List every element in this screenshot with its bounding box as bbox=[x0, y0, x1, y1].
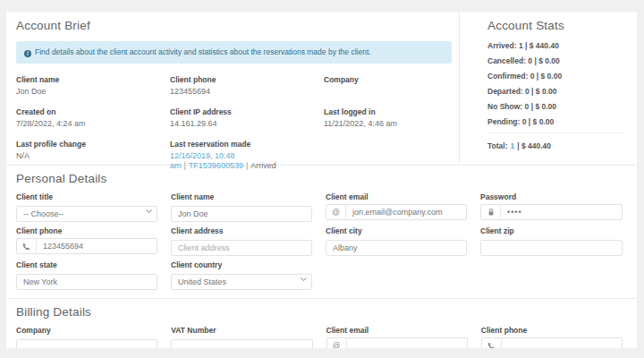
info-icon: i bbox=[24, 50, 31, 57]
client-account-card: Account Brief iFind details about the cl… bbox=[6, 12, 637, 348]
stat-total-label: Total: bbox=[487, 141, 508, 150]
stat-total-count-link[interactable]: 1 bbox=[511, 141, 515, 150]
created-on-value: 7/28/2022, 4:24 am bbox=[16, 119, 170, 129]
client-phone-field: Client phone bbox=[16, 226, 157, 256]
client-name-pair: Client name Jon Doe bbox=[16, 75, 170, 97]
client-name-label: Client name bbox=[16, 75, 170, 84]
billing-details-section: Billing Details Company VAT Number Clien… bbox=[6, 299, 637, 348]
billing-details-title: Billing Details bbox=[16, 305, 623, 319]
client-ip-pair: Client IP address 14.161.29.64 bbox=[170, 107, 324, 129]
client-email-field: Client email @ bbox=[326, 192, 467, 222]
client-phone-pair: Client phone 123455694 bbox=[170, 75, 324, 97]
empty-cell bbox=[324, 140, 452, 171]
billing-email-group: @ bbox=[326, 337, 468, 348]
account-brief-grid: Client name Jon Doe Client phone 1234556… bbox=[16, 75, 452, 171]
client-title-select[interactable]: -- Choose-- bbox=[16, 206, 157, 222]
client-city-label: Client city bbox=[326, 226, 467, 235]
personal-details-title: Personal Details bbox=[16, 172, 623, 185]
phone-icon bbox=[482, 338, 502, 348]
client-country-select[interactable]: United States bbox=[171, 274, 312, 290]
personal-details-section: Personal Details Client title -- Choose-… bbox=[6, 166, 637, 299]
password-field: Password bbox=[480, 192, 623, 222]
stat-departed: Departed: 0 | $ 0.00 bbox=[487, 87, 624, 96]
client-country-label: Client country bbox=[171, 260, 312, 269]
billing-email-label: Client email bbox=[326, 326, 468, 335]
company-label: Company bbox=[324, 75, 452, 84]
stats-divider bbox=[487, 132, 624, 133]
company-pair: Company bbox=[324, 75, 452, 97]
client-city-input[interactable] bbox=[326, 240, 467, 256]
reservation-status: Arrived bbox=[250, 161, 276, 170]
last-reservation-pair: Last reservation made 12/16/2019, 10:48 … bbox=[170, 140, 324, 171]
billing-phone-input[interactable] bbox=[502, 338, 622, 348]
at-icon: @ bbox=[327, 338, 347, 348]
client-zip-field: Client zip bbox=[480, 226, 623, 256]
billing-email-field: Client email @ bbox=[326, 326, 468, 348]
last-reservation-value: 12/16/2019, 10:48 am|TF1539600539|Arrive… bbox=[170, 151, 324, 171]
client-state-field: Client state bbox=[16, 260, 157, 290]
last-profile-change-pair: Last profile change N/A bbox=[16, 140, 170, 171]
lock-icon bbox=[481, 205, 501, 219]
account-brief-title: Account Brief bbox=[16, 19, 452, 32]
stat-no-show: No Show: 0 | $ 0.00 bbox=[487, 102, 624, 111]
billing-phone-field: Client phone bbox=[481, 326, 623, 348]
client-zip-input[interactable] bbox=[480, 240, 623, 256]
separator: | bbox=[246, 161, 248, 170]
account-stats-title: Account Stats bbox=[487, 19, 624, 32]
vat-number-field: VAT Number bbox=[171, 326, 312, 348]
account-brief-panel: Account Brief iFind details about the cl… bbox=[6, 12, 459, 165]
last-profile-change-value: N/A bbox=[16, 151, 170, 161]
last-profile-change-label: Last profile change bbox=[16, 140, 170, 149]
info-alert: iFind details about the client account a… bbox=[16, 41, 452, 64]
client-phone-value: 123455694 bbox=[170, 87, 324, 97]
billing-company-label: Company bbox=[16, 326, 157, 335]
client-phone-label: Client phone bbox=[16, 226, 157, 235]
client-email-input[interactable] bbox=[346, 205, 466, 219]
client-address-input[interactable] bbox=[171, 240, 312, 256]
reservation-ref-link[interactable]: TF1539600539 bbox=[189, 161, 243, 170]
client-name-input[interactable] bbox=[171, 206, 312, 222]
client-state-label: Client state bbox=[16, 260, 157, 269]
client-phone-label: Client phone bbox=[170, 75, 324, 84]
stat-total-amount: | $ 440.40 bbox=[517, 141, 551, 150]
billing-company-field: Company bbox=[16, 326, 157, 348]
client-country-select-wrap: United States bbox=[171, 272, 312, 290]
billing-company-input[interactable] bbox=[16, 339, 157, 348]
vat-number-label: VAT Number bbox=[171, 326, 312, 335]
client-title-field: Client title -- Choose-- bbox=[16, 192, 157, 222]
last-reservation-label: Last reservation made bbox=[170, 140, 324, 149]
last-logged-in-value: 11/21/2022, 4:46 am bbox=[324, 119, 452, 129]
stat-cancelled: Cancelled: 0 | $ 0.00 bbox=[487, 56, 624, 65]
billing-phone-label: Client phone bbox=[481, 326, 623, 335]
personal-details-grid: Client title -- Choose-- Client name Cli… bbox=[16, 192, 623, 290]
password-input[interactable] bbox=[501, 205, 622, 219]
company-value bbox=[324, 87, 452, 97]
info-alert-text: Find details about the client account ac… bbox=[35, 47, 371, 56]
stat-total: Total:1| $ 440.40 bbox=[487, 141, 624, 150]
billing-phone-group bbox=[481, 337, 623, 348]
client-state-input[interactable] bbox=[16, 274, 157, 290]
client-phone-input[interactable] bbox=[37, 239, 157, 253]
empty-cell bbox=[480, 260, 623, 290]
client-email-group: @ bbox=[326, 204, 467, 220]
client-title-label: Client title bbox=[16, 192, 157, 201]
created-on-pair: Created on 7/28/2022, 4:24 am bbox=[16, 107, 170, 129]
last-logged-in-pair: Last logged in 11/21/2022, 4:46 am bbox=[324, 107, 452, 129]
billing-email-input[interactable] bbox=[347, 338, 467, 348]
client-address-field: Client address bbox=[171, 226, 312, 256]
password-group bbox=[480, 204, 623, 220]
client-ip-value: 14.161.29.64 bbox=[170, 119, 324, 129]
client-name-label: Client name bbox=[171, 192, 312, 201]
empty-cell bbox=[326, 260, 467, 290]
billing-details-grid: Company VAT Number Client email @ Client… bbox=[16, 326, 623, 348]
client-city-field: Client city bbox=[326, 226, 467, 256]
client-ip-label: Client IP address bbox=[170, 107, 324, 116]
vat-number-input[interactable] bbox=[171, 339, 312, 348]
account-stats-panel: Account Stats Arrived: 1 | $ 440.40 Canc… bbox=[459, 12, 637, 165]
stat-confirmed: Confirmed: 0 | $ 0.00 bbox=[487, 72, 624, 81]
client-zip-label: Client zip bbox=[480, 226, 623, 235]
created-on-label: Created on bbox=[16, 107, 170, 116]
client-address-label: Client address bbox=[171, 226, 312, 235]
client-email-label: Client email bbox=[326, 192, 467, 201]
password-label: Password bbox=[480, 192, 623, 201]
